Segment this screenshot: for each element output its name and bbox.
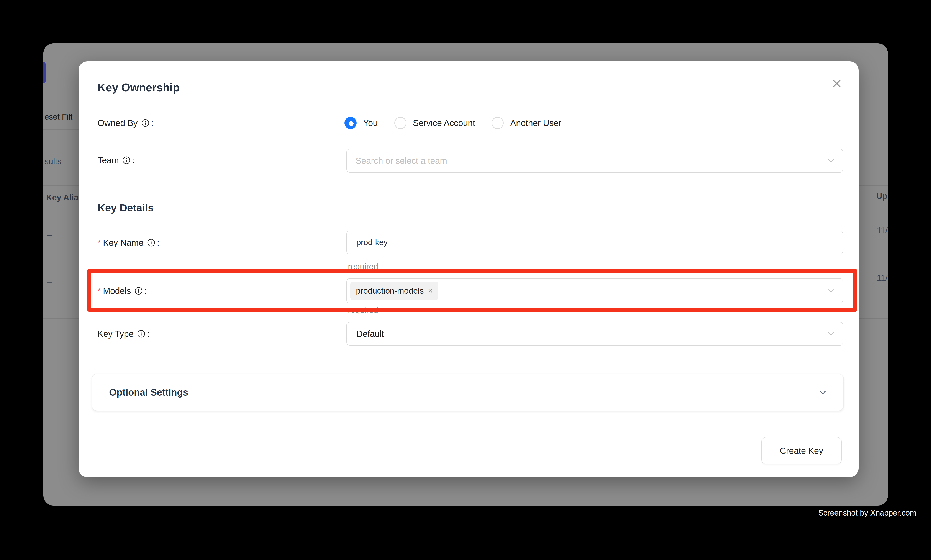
key-name-label-text: Key Name [103,238,144,248]
table-row: – [47,277,52,287]
key-type-select[interactable]: Default [346,322,843,346]
table-row: 11/ [877,226,888,235]
divider [43,214,79,214]
models-required-message: required [348,305,378,315]
key-name-input[interactable]: prod-key [346,231,843,254]
radio-label: Service Account [413,118,475,128]
label-colon: : [145,286,147,296]
label-colon: : [157,238,159,248]
required-asterisk: * [98,238,101,247]
divider [43,185,79,186]
info-icon[interactable] [134,287,143,295]
reset-filters-fragment: eset Filt [45,112,73,122]
divider [43,104,79,104]
required-asterisk: * [98,286,101,295]
key-alias-column-header: Key Alia [46,193,78,202]
key-name-label: * Key Name : [98,237,159,249]
divider [859,318,888,318]
divider [859,214,888,214]
radio-service-account[interactable]: Service Account [394,117,475,129]
label-colon: : [147,329,149,339]
radio-circle [394,117,406,129]
models-select[interactable]: production-models × [346,278,843,303]
remove-tag-icon[interactable]: × [428,286,433,295]
radio-circle [345,117,357,129]
divider [43,318,79,318]
models-label: * Models : [98,285,147,297]
owned-by-label-text: Owned By [98,118,138,128]
info-icon[interactable] [137,330,145,338]
screenshot-canvas: eset Filt sults Key Alia Up – 11/ – 11/ … [0,0,931,560]
create-key-modal: Key Ownership Owned By : You [78,62,859,477]
team-select[interactable]: Search or select a team [346,149,843,172]
info-icon[interactable] [122,156,131,165]
watermark-text: Screenshot by Xnapper.com [818,508,916,517]
radio-label: You [363,118,378,128]
create-key-button[interactable]: Create Key [762,437,842,465]
divider [859,253,888,253]
modal-title: Key Ownership [98,81,180,94]
key-name-value: prod-key [356,238,388,247]
key-type-label: Key Type : [98,328,149,340]
divider [43,129,79,130]
close-icon[interactable] [830,77,843,90]
chevron-down-icon [827,157,835,165]
info-icon[interactable] [141,119,149,127]
app-window: eset Filt sults Key Alia Up – 11/ – 11/ … [43,43,888,506]
info-icon[interactable] [147,238,155,247]
owned-by-label: Owned By : [98,117,154,129]
key-type-label-text: Key Type [98,329,134,339]
table-row: – [47,230,52,240]
label-colon: : [151,118,154,128]
chevron-down-icon [827,330,835,338]
create-key-button-fragment [43,62,46,83]
chevron-down-icon [818,388,827,397]
key-details-heading: Key Details [98,202,154,214]
radio-you[interactable]: You [345,117,378,129]
key-type-value: Default [356,329,384,339]
model-tag-label: production-models [356,286,424,295]
radio-circle [491,117,504,129]
label-colon: : [132,155,135,165]
table-row: 11/ [877,273,888,283]
owned-by-radio-group: You Service Account Another User [345,117,562,129]
updated-column-header: Up [876,192,887,201]
optional-settings-header[interactable]: Optional Settings [92,374,844,411]
optional-settings-label: Optional Settings [109,387,188,398]
chevron-down-icon [827,287,835,295]
divider [859,185,888,186]
team-select-placeholder: Search or select a team [355,156,447,166]
results-count-fragment: sults [45,157,62,166]
radio-label: Another User [510,118,562,128]
team-label: Team : [98,154,135,166]
model-tag: production-models × [350,282,439,300]
radio-another-user[interactable]: Another User [491,117,562,129]
divider [43,253,79,253]
team-label-text: Team [98,155,119,165]
key-name-required-message: required [348,262,378,271]
models-label-text: Models [103,286,131,296]
